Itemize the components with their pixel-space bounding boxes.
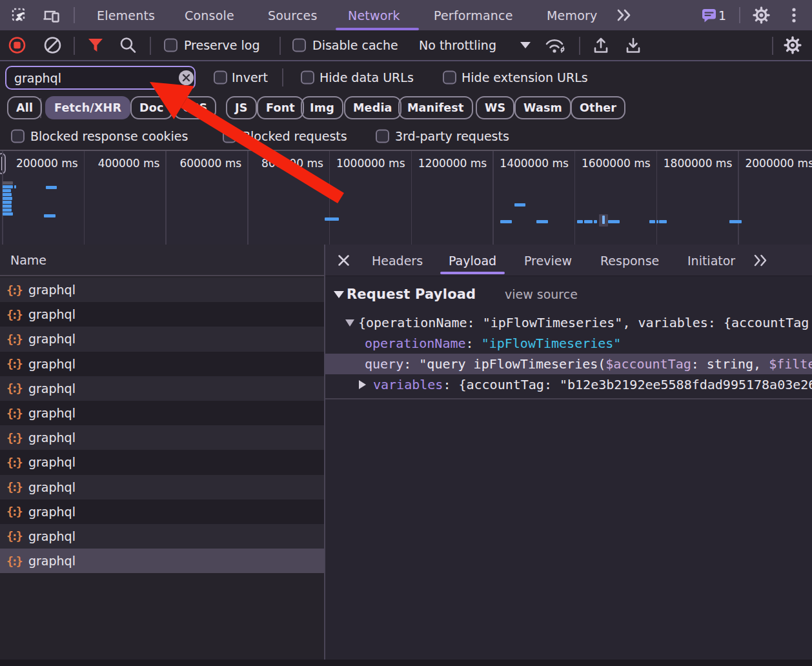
request-row[interactable]: {:}graphql [0,475,324,500]
network-settings-gear-icon[interactable] [784,36,802,54]
close-details-icon[interactable] [337,254,350,267]
blocked-requests-label[interactable]: Blocked requests [242,129,347,143]
type-filter-fetch-xhr[interactable]: Fetch/XHR [45,96,130,119]
payload-tree-row[interactable]: {operationName: "ipFlowTimeseries", vari… [325,312,812,333]
hide-extension-urls-checkbox[interactable] [443,71,456,85]
throttling-dropdown-caret[interactable] [520,42,531,48]
type-filter-doc[interactable]: Doc [130,96,173,119]
3rd-party-requests-checkbox[interactable] [376,130,389,143]
overview-activity-bar [3,181,13,185]
detail-tab-payload[interactable]: Payload [438,245,507,276]
type-filter-js[interactable]: JS [226,96,257,119]
json-braces-icon: {:} [6,308,23,321]
json-braces-icon: {:} [6,332,23,346]
type-filter-all[interactable]: All [7,96,42,119]
type-filter-img[interactable]: Img [301,96,343,119]
issues-message-icon[interactable] [702,8,717,24]
hide-data-urls-checkbox[interactable] [301,71,314,85]
request-name: graphql [28,332,76,346]
section-collapse-icon[interactable] [334,291,344,298]
clear-filter-icon[interactable] [178,70,194,86]
request-row[interactable]: {:}graphql [0,401,324,425]
view-source-link[interactable]: view source [505,285,578,304]
preserve-log-checkbox[interactable] [164,39,178,52]
tab-network[interactable]: Network [348,0,400,30]
request-row[interactable]: {:}graphql [0,450,324,474]
request-row[interactable]: {:}graphql [0,425,324,450]
blocked-requests-checkbox[interactable] [223,130,236,143]
overview-activity-bar [3,201,12,204]
payload-tree-row[interactable]: query: "query ipFlowTimeseries($accountT… [325,354,812,374]
three-dots-menu-icon[interactable] [789,7,804,23]
detail-tab-response[interactable]: Response [590,245,669,276]
clear-network-log-icon[interactable] [44,37,61,54]
blocked-filters-bar: Blocked response cookiesBlocked requests… [0,123,812,150]
inspect-element-icon[interactable] [12,8,27,23]
overview-activity-bar [584,220,593,223]
toolbar-separator-4 [579,37,580,55]
invert-checkbox[interactable] [214,71,227,85]
detail-tab-initiator[interactable]: Initiator [677,245,746,276]
type-filter-other[interactable]: Other [571,96,625,119]
payload-tree-row[interactable]: operationName: "ipFlowTimeseries" [325,333,812,354]
payload-tree-row[interactable]: variables: {accountTag: "b12e3b2192ee558… [325,374,812,395]
filter-input[interactable] [5,66,196,90]
overview-activity-bar [729,220,742,223]
request-name: graphql [28,480,76,494]
tab-sources[interactable]: Sources [268,0,318,30]
overview-activity-bar [46,186,57,189]
tab-memory[interactable]: Memory [547,0,597,30]
request-row[interactable]: {:}graphql [0,376,324,401]
import-har-icon[interactable] [593,37,609,54]
type-filter-ws[interactable]: WS [476,96,514,119]
collapsed-disclosure-icon[interactable] [359,380,366,389]
request-row[interactable]: {:}graphql [0,327,324,351]
export-har-icon[interactable] [625,37,642,54]
type-filter-media[interactable]: Media [344,96,401,119]
tab-elements[interactable]: Elements [97,0,155,30]
tab-performance[interactable]: Performance [434,0,513,30]
issues-count: 1 [718,0,726,30]
request-row[interactable]: {:}graphql [0,302,324,327]
network-conditions-icon[interactable] [544,36,569,54]
request-row[interactable]: {:}graphql [0,352,324,376]
3rd-party-requests-label[interactable]: 3rd-party requests [395,129,509,143]
more-detail-tabs-icon[interactable] [752,254,769,267]
type-filter-css[interactable]: CSS [174,96,216,119]
requests-panel: Name {:}graphql{:}graphql{:}graphql{:}gr… [0,245,324,660]
throttling-select[interactable]: No throttling [419,38,496,52]
request-name: graphql [28,357,76,371]
blocked-response-cookies-label[interactable]: Blocked response cookies [30,129,188,143]
expanded-disclosure-icon[interactable] [345,319,354,327]
type-filter-wasm[interactable]: Wasm [514,96,571,119]
disable-cache-checkbox[interactable] [292,39,306,52]
request-name: graphql [28,307,76,321]
detail-tab-headers[interactable]: Headers [361,245,433,276]
network-filter-bar: Invert Hide data URLs Hide extension URL… [0,61,812,94]
more-tabs-icon[interactable] [614,8,630,24]
request-payload-section-header[interactable]: Request Payload [325,285,476,304]
search-icon[interactable] [119,37,137,54]
overview-activity-bar [649,220,655,223]
preserve-log-label[interactable]: Preserve log [184,38,260,52]
name-column-header[interactable]: Name [0,245,324,276]
settings-gear-icon[interactable] [753,6,768,22]
hide-data-urls-label[interactable]: Hide data URLs [320,70,414,85]
hide-extension-urls-label[interactable]: Hide extension URLs [462,70,588,85]
request-row[interactable]: {:}graphql [0,278,324,302]
tab-console[interactable]: Console [185,0,234,30]
tabbar-separator [74,7,75,23]
network-overview-timeline[interactable]: 200000 ms400000 ms600000 ms800000 ms1000… [0,150,812,245]
device-toolbar-icon[interactable] [43,8,59,23]
request-row[interactable]: {:}graphql [0,524,324,549]
detail-tab-preview[interactable]: Preview [514,245,582,276]
request-row[interactable]: {:}graphql [0,500,324,524]
type-filter-manifest[interactable]: Manifest [398,96,473,119]
invert-label[interactable]: Invert [232,70,268,85]
type-filter-font[interactable]: Font [257,96,304,119]
filter-funnel-icon[interactable] [87,37,104,53]
record-network-log-icon[interactable] [8,37,26,54]
disable-cache-label[interactable]: Disable cache [312,38,398,52]
request-row[interactable]: {:}graphql [0,549,324,573]
blocked-response-cookies-checkbox[interactable] [11,130,25,143]
